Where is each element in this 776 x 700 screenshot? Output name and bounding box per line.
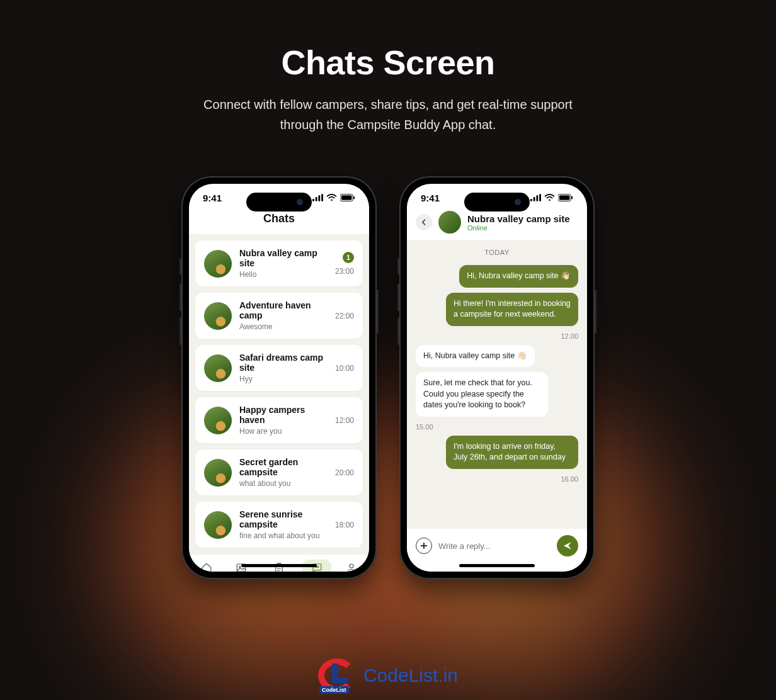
- chats-list[interactable]: Nubra valley camp siteHello123:00Adventu…: [189, 234, 369, 554]
- status-time: 9:41: [203, 193, 222, 203]
- svg-point-14: [318, 567, 319, 568]
- svg-rect-16: [530, 199, 532, 201]
- chat-list-item[interactable]: Happy campers havenHow are you12:00: [195, 397, 363, 443]
- tab-home[interactable]: Home: [192, 560, 221, 572]
- chat-list-item[interactable]: Adventure haven campAwesome22:00: [195, 293, 363, 339]
- hero-title: Chats Screen: [0, 43, 776, 82]
- wifi-icon: [326, 193, 337, 203]
- home-indicator: [241, 564, 317, 567]
- plus-icon: [420, 542, 428, 550]
- svg-rect-3: [321, 194, 323, 201]
- reply-input[interactable]: [438, 541, 551, 551]
- phone-side-button: [397, 283, 399, 311]
- message-time-row: 12.00: [416, 331, 578, 340]
- brand-text: CodeList.in: [363, 665, 458, 686]
- svg-rect-22: [559, 195, 570, 200]
- phone-screen: 9:41 Chats Nubra valley camp siteHello12…: [189, 184, 369, 572]
- message-received: Sure, let me check that for you. Could y…: [416, 372, 548, 417]
- phone-notch: [246, 193, 312, 212]
- chat-name: Serene sunrise campsite: [239, 509, 328, 529]
- brand-logo-sub: CodeList: [319, 686, 349, 694]
- phone-notch: [464, 193, 530, 212]
- message-received: Hi, Nubra valley camp site 👋🏻: [416, 345, 535, 368]
- message-sent: Hi there! I'm interested in booking a ca…: [446, 293, 578, 326]
- tab-bar: Home Gallery My bookings Chat: [189, 554, 369, 572]
- svg-rect-0: [312, 199, 314, 201]
- battery-icon: [558, 193, 573, 203]
- chat-list-item[interactable]: Nubra valley camp siteHello123:00: [195, 240, 363, 286]
- add-attachment-button[interactable]: [416, 538, 432, 554]
- signal-icon: [530, 193, 541, 203]
- chat-name: Safari dreams camp site: [239, 353, 328, 373]
- phone-side-button: [180, 317, 181, 345]
- message-time: 15.00: [416, 423, 433, 431]
- svg-rect-6: [341, 195, 352, 200]
- chat-name: Nubra valley camp site: [239, 248, 328, 268]
- svg-rect-2: [318, 195, 320, 201]
- chat-name: Happy campers haven: [239, 405, 328, 425]
- status-time: 9:41: [421, 193, 440, 203]
- back-button[interactable]: [416, 214, 432, 230]
- tab-profile[interactable]: Profile: [337, 560, 366, 572]
- avatar: [204, 250, 232, 278]
- chat-time: 18:00: [335, 521, 354, 529]
- phone-right: 9:41 Nubra valley camp site Online: [399, 176, 595, 579]
- phone-screen: 9:41 Nubra valley camp site Online: [407, 184, 587, 572]
- chat-time: 23:00: [335, 267, 354, 276]
- svg-point-15: [350, 564, 353, 568]
- hero-section: Chats Screen Connect with fellow campers…: [0, 0, 776, 147]
- avatar: [204, 354, 232, 382]
- chat-list-item[interactable]: Secret garden campsitewhat about you20:0…: [195, 449, 363, 495]
- chat-time: 20:00: [335, 468, 354, 477]
- avatar: [204, 459, 232, 487]
- chat-list-item[interactable]: Serene sunrise campsitefine and what abo…: [195, 502, 363, 548]
- svg-rect-19: [539, 194, 541, 201]
- brand-logo: CodeList: [318, 658, 356, 692]
- send-button[interactable]: [557, 535, 578, 556]
- message-row: I'm looking to arrive on friday, July 26…: [416, 436, 578, 469]
- message-row: Sure, let me check that for you. Could y…: [416, 372, 578, 417]
- status-icons: [530, 193, 573, 203]
- phone-side-button: [397, 317, 399, 345]
- avatar: [204, 302, 232, 330]
- chat-preview: Hyy: [239, 375, 328, 383]
- avatar: [204, 407, 232, 434]
- profile-icon: [337, 560, 366, 572]
- svg-rect-17: [534, 197, 535, 201]
- chat-time: 10:00: [335, 364, 354, 373]
- conversation-body[interactable]: TODAY Hi, Nubra valley camp site 👋🏻Hi th…: [407, 240, 587, 529]
- chat-list-item[interactable]: Safari dreams camp siteHyy10:00: [195, 345, 363, 391]
- date-separator: TODAY: [416, 249, 578, 256]
- phone-side-button: [595, 290, 596, 334]
- chat-name: Adventure haven camp: [239, 300, 328, 320]
- chat-preview: Hello: [239, 270, 328, 279]
- message-time-row: 15.00: [416, 422, 578, 431]
- message-row: Hi, Nubra valley camp site 👋🏻: [416, 345, 578, 368]
- chat-preview: fine and what about you: [239, 531, 328, 540]
- message-sent: I'm looking to arrive on friday, July 26…: [446, 436, 578, 469]
- brand-footer: CodeList CodeList.in: [318, 658, 458, 692]
- svg-rect-7: [353, 196, 355, 200]
- message-sent: Hi, Nubra valley camp site 👋🏻: [459, 265, 578, 288]
- home-indicator: [459, 564, 535, 567]
- phone-side-button: [377, 290, 379, 334]
- svg-point-13: [316, 567, 317, 568]
- phone-left: 9:41 Chats Nubra valley camp siteHello12…: [181, 176, 377, 579]
- signal-icon: [312, 193, 323, 203]
- chat-preview: what about you: [239, 479, 328, 488]
- chat-name: Secret garden campsite: [239, 457, 328, 477]
- svg-rect-1: [316, 197, 317, 201]
- avatar: [438, 211, 461, 234]
- unread-badge: 1: [343, 252, 354, 263]
- phone-mockups: 9:41 Chats Nubra valley camp siteHello12…: [0, 176, 776, 579]
- status-icons: [312, 193, 355, 203]
- send-icon: [562, 541, 573, 551]
- message-time-row: 16.00: [416, 474, 578, 483]
- phone-side-button: [180, 283, 181, 311]
- wifi-icon: [544, 193, 555, 203]
- home-icon: [192, 560, 221, 572]
- conversation-status: Online: [467, 224, 570, 232]
- svg-point-20: [549, 199, 551, 201]
- avatar: [204, 511, 232, 539]
- message-time: 16.00: [561, 475, 578, 483]
